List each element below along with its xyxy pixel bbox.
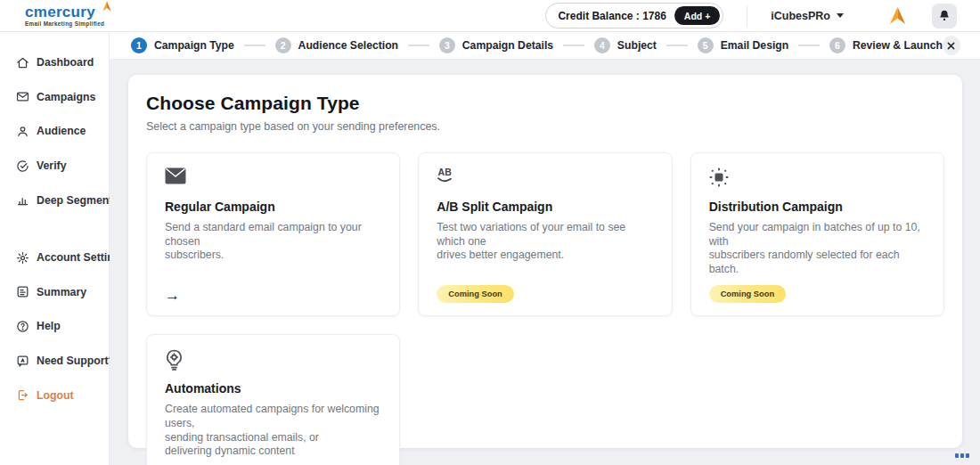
- gear-icon: [16, 251, 29, 265]
- card-title: A/B Split Campaign: [437, 200, 653, 214]
- header-divider: [747, 5, 747, 27]
- brand-tagline: Email Marketing Simplified: [25, 21, 104, 27]
- step-number: 4: [594, 37, 610, 53]
- chat-widget-glyph[interactable]: [955, 453, 969, 458]
- card-action: Coming Soon: [437, 276, 653, 303]
- step-connector: [666, 45, 688, 46]
- sidebar-item-label: Logout: [37, 389, 74, 402]
- sidebar-item-account-settings[interactable]: Account Settings: [0, 241, 109, 275]
- step-label: Campaign Details: [462, 39, 553, 52]
- credit-balance-label: Credit Balance : 1786: [558, 10, 666, 22]
- card-description: Create automated campaigns for welcoming…: [165, 403, 381, 458]
- page-subtitle: Select a campaign type based on your sen…: [146, 120, 944, 133]
- sidebar-item-logout[interactable]: Logout: [0, 378, 109, 412]
- envelope-icon: [16, 90, 29, 103]
- header-actions: Credit Balance : 1786 Add + iCubesPRo: [545, 3, 957, 29]
- main-area: 1 Campaign Type 2 Audience Selection 3 C…: [110, 32, 980, 465]
- card-action: →: [165, 279, 381, 303]
- campaign-type-panel: Choose Campaign Type Select a campaign t…: [128, 75, 962, 448]
- step-email-design[interactable]: 5 Email Design: [698, 37, 789, 53]
- envelope-filled-icon: [165, 167, 381, 191]
- automation-bulb-icon: [165, 349, 381, 372]
- step-campaign-details[interactable]: 3 Campaign Details: [439, 37, 553, 53]
- support-chat-icon: [16, 355, 29, 368]
- step-campaign-type[interactable]: 1 Campaign Type: [131, 37, 234, 53]
- sidebar-item-dashboard[interactable]: Dashboard: [0, 45, 109, 80]
- card-title: Automations: [165, 381, 381, 396]
- sidebar-item-label: Audience: [37, 125, 86, 137]
- step-label: Email Design: [721, 39, 789, 52]
- question-circle-icon: [16, 320, 29, 333]
- bell-icon: [938, 9, 951, 22]
- ab-split-icon: AB: [437, 167, 653, 191]
- card-action: →: [165, 459, 381, 465]
- card-regular-campaign[interactable]: Regular Campaign Send a standard email c…: [146, 152, 400, 316]
- top-header: cmercury Email Marketing Simplified Cred…: [0, 0, 980, 32]
- sidebar-item-verify[interactable]: Verify: [0, 149, 109, 184]
- card-title: Distribution Campaign: [709, 200, 926, 214]
- go-arrow[interactable]: →: [165, 288, 180, 303]
- sidebar-item-label: Dashboard: [37, 56, 94, 69]
- batch-distribution-icon: [709, 167, 926, 191]
- coming-soon-badge: Coming Soon: [437, 285, 513, 303]
- step-label: Audience Selection: [298, 39, 398, 52]
- add-credits-button[interactable]: Add +: [674, 6, 720, 25]
- sidebar-item-audience[interactable]: Audience: [0, 114, 109, 149]
- sidebar: Dashboard Campaigns Audience Verify Deep…: [0, 32, 110, 465]
- app-body: Dashboard Campaigns Audience Verify Deep…: [0, 32, 980, 465]
- card-title: Regular Campaign: [165, 200, 381, 214]
- sidebar-item-summary[interactable]: Summary: [0, 275, 109, 310]
- notifications-button[interactable]: [932, 4, 957, 29]
- step-number: 6: [829, 37, 845, 53]
- campaign-stepper: 1 Campaign Type 2 Audience Selection 3 C…: [110, 32, 980, 60]
- close-icon: [947, 42, 955, 50]
- page-title: Choose Campaign Type: [146, 93, 944, 114]
- step-connector: [563, 45, 584, 46]
- account-dropdown[interactable]: iCubesPRo: [771, 10, 844, 22]
- person-icon: [16, 125, 29, 138]
- sidebar-item-label: Campaigns: [37, 91, 95, 103]
- coming-soon-badge: Coming Soon: [709, 285, 786, 303]
- card-description: Test two variations of your email to see…: [437, 221, 653, 263]
- card-ab-split-campaign[interactable]: AB A/B Split Campaign Test two variation…: [418, 152, 672, 316]
- logout-icon: [16, 388, 29, 402]
- sidebar-item-label: Verify: [37, 159, 67, 172]
- step-subject[interactable]: 4 Subject: [594, 37, 657, 53]
- card-description: Send a standard email campaign to your c…: [165, 221, 381, 263]
- sidebar-item-need-support[interactable]: Need Support?: [0, 344, 109, 379]
- step-connector: [408, 45, 429, 46]
- sidebar-item-label: Need Support?: [37, 355, 115, 367]
- sidebar-item-label: Deep Segments: [37, 194, 118, 207]
- card-distribution-campaign[interactable]: Distribution Campaign Send your campaign…: [690, 152, 944, 316]
- campaign-type-cards: Regular Campaign Send a standard email c…: [146, 152, 944, 465]
- send-arrow-icon[interactable]: [886, 5, 909, 26]
- check-circle-icon: [16, 159, 29, 173]
- account-name: iCubesPRo: [771, 10, 830, 22]
- step-label: Subject: [617, 39, 657, 52]
- content-area: Choose Campaign Type Select a campaign t…: [110, 60, 980, 465]
- sidebar-item-help[interactable]: Help: [0, 309, 109, 344]
- brand-arrow-icon: [101, 0, 113, 15]
- close-wizard-button[interactable]: [943, 36, 960, 55]
- step-number: 2: [275, 37, 291, 53]
- step-audience-selection[interactable]: 2 Audience Selection: [275, 37, 398, 53]
- sidebar-item-campaigns[interactable]: Campaigns: [0, 80, 109, 115]
- credit-balance-pill: Credit Balance : 1786 Add +: [545, 3, 723, 29]
- card-automations[interactable]: Automations Create automated campaigns f…: [146, 334, 400, 465]
- bar-chart-icon: [16, 193, 29, 207]
- home-icon: [16, 56, 29, 69]
- card-description: Send your campaign in batches of up to 1…: [709, 221, 926, 276]
- sidebar-item-label: Summary: [37, 286, 86, 298]
- step-number: 3: [439, 37, 455, 53]
- summary-card-icon: [16, 285, 29, 298]
- step-label: Review & Launch: [853, 39, 943, 52]
- step-number: 5: [698, 37, 714, 53]
- step-review-launch[interactable]: 6 Review & Launch: [829, 37, 943, 53]
- brand-name: cmercury: [25, 4, 104, 20]
- step-label: Campaign Type: [154, 39, 234, 52]
- sidebar-item-label: Help: [37, 320, 61, 332]
- sidebar-item-deep-segments[interactable]: Deep Segments: [0, 183, 109, 217]
- step-connector: [244, 45, 265, 46]
- step-connector: [798, 45, 820, 46]
- brand-logo[interactable]: cmercury Email Marketing Simplified: [25, 4, 104, 27]
